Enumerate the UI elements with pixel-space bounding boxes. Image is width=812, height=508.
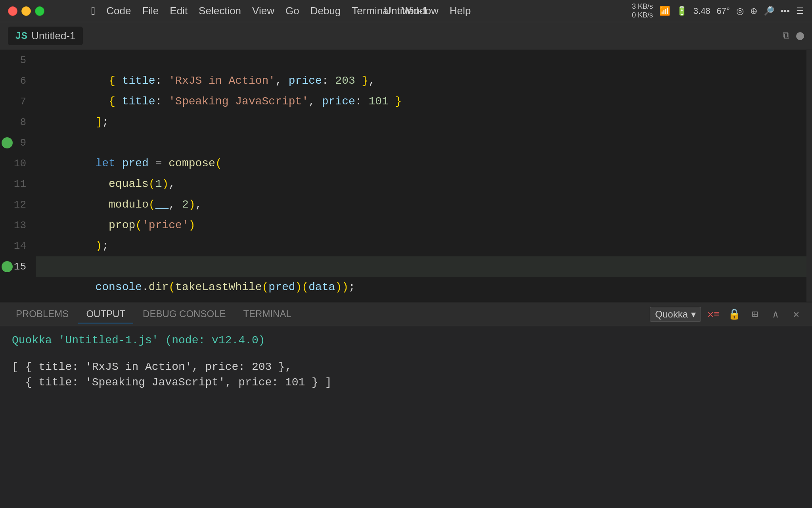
list-icon: ☰	[796, 6, 804, 16]
line-num-6: 6	[0, 71, 36, 91]
line-num-7: 7	[0, 91, 36, 112]
line-numbers: 5 6 7 8 9 10 11 12 13 14 15	[0, 50, 36, 302]
output-panel: PROBLEMS OUTPUT DEBUG CONSOLE TERMINAL Q…	[0, 302, 812, 508]
output-line-2: { title: 'Speaking JavaScript', price: 1…	[12, 376, 800, 389]
menu-help[interactable]: Help	[450, 5, 471, 17]
menu-edit[interactable]: Edit	[170, 5, 188, 17]
code-line-8	[36, 112, 806, 133]
line-num-9: 9	[0, 133, 36, 153]
code-line-5: { title: 'RxJS in Action', price: 203 },	[36, 50, 806, 71]
apple-menu[interactable]: 	[91, 5, 95, 17]
lock-button[interactable]: 🔒	[726, 306, 742, 322]
editor-main[interactable]: 5 6 7 8 9 10 11 12 13 14 15 { title: 'Rx…	[0, 50, 812, 302]
tab-terminal[interactable]: TERMINAL	[235, 305, 299, 323]
temperature: 67°	[717, 6, 730, 16]
line-num-12: 12	[0, 194, 36, 215]
line-num-11: 11	[0, 174, 36, 194]
editor-tab[interactable]: JS Untitled-1	[8, 27, 83, 45]
code-line-9: let pred = compose(	[36, 133, 806, 153]
menu-go[interactable]: Go	[285, 5, 299, 17]
tab-bar: JS Untitled-1 ⧉	[0, 22, 812, 50]
dropdown-value: Quokka	[655, 309, 688, 320]
line-num-10: 10	[0, 153, 36, 174]
more-icon: •••	[781, 6, 790, 16]
output-content: Quokka 'Untitled-1.js' (node: v12.4.0) […	[0, 326, 812, 508]
panel-tab-bar: PROBLEMS OUTPUT DEBUG CONSOLE TERMINAL Q…	[0, 302, 812, 326]
menu-bar:  Code File Edit Selection View Go Debug…	[79, 5, 632, 17]
menu-view[interactable]: View	[252, 5, 274, 17]
clear-output-button[interactable]: ✕≡	[706, 306, 722, 322]
tab-problems[interactable]: PROBLEMS	[8, 305, 77, 323]
code-line-14	[36, 236, 806, 256]
clock: 3.48	[693, 6, 710, 16]
battery-icon: 🔋	[676, 6, 687, 16]
tab-label: Untitled-1	[31, 30, 75, 42]
menu-code[interactable]: Code	[106, 5, 131, 17]
maximize-button[interactable]	[35, 6, 44, 16]
js-icon: JS	[15, 30, 27, 42]
menu-selection[interactable]: Selection	[199, 5, 241, 17]
editor-scrollbar[interactable]	[806, 50, 812, 302]
tab-output[interactable]: OUTPUT	[78, 305, 133, 323]
titlebar:  Code File Edit Selection View Go Debug…	[0, 0, 812, 22]
window-title: Untitled-1	[384, 5, 428, 17]
line-num-13: 13	[0, 215, 36, 236]
output-line-1: [ { title: 'RxJS in Action', price: 203 …	[12, 361, 800, 373]
output-header: Quokka 'Untitled-1.js' (node: v12.4.0)	[12, 334, 800, 346]
dot-indicator	[796, 32, 804, 40]
control-center-icon: ⊕	[750, 6, 757, 16]
finder-icon: 🔎	[764, 6, 774, 16]
chevron-down-icon: ▾	[691, 309, 696, 320]
quokka-dropdown[interactable]: Quokka ▾	[650, 307, 701, 322]
close-panel-button[interactable]: ✕	[788, 306, 804, 322]
open-editor-button[interactable]: ⊞	[747, 306, 763, 322]
titlebar-status: 3 KB/s 0 KB/s 📶 🔋 3.48 67° ◎ ⊕ 🔎 ••• ☰	[632, 2, 812, 19]
siri-icon: ◎	[736, 6, 744, 16]
tab-actions: ⧉	[779, 30, 804, 42]
tab-debug-console[interactable]: DEBUG CONSOLE	[135, 305, 234, 323]
split-editor-button[interactable]: ⧉	[779, 30, 792, 42]
line-num-15: 15	[0, 256, 36, 277]
titlebar-controls	[0, 6, 79, 16]
network-status: 3 KB/s 0 KB/s	[632, 2, 653, 19]
editor-container: 5 6 7 8 9 10 11 12 13 14 15 { title: 'Rx…	[0, 50, 812, 508]
menu-debug[interactable]: Debug	[310, 5, 341, 17]
line-num-8: 8	[0, 112, 36, 133]
minimize-button[interactable]	[21, 6, 31, 16]
code-editor[interactable]: { title: 'RxJS in Action', price: 203 },…	[36, 50, 806, 302]
line-num-14: 14	[0, 236, 36, 256]
line-num-5: 5	[0, 50, 36, 71]
wifi-icon: 📶	[659, 6, 670, 16]
panel-actions: Quokka ▾ ✕≡ 🔒 ⊞ ∧ ✕	[650, 306, 804, 322]
close-button[interactable]	[8, 6, 17, 16]
collapse-up-button[interactable]: ∧	[768, 306, 783, 322]
code-line-15: console.dir(takeLastWhile(pred)(data));	[36, 256, 806, 277]
menu-file[interactable]: File	[142, 5, 159, 17]
